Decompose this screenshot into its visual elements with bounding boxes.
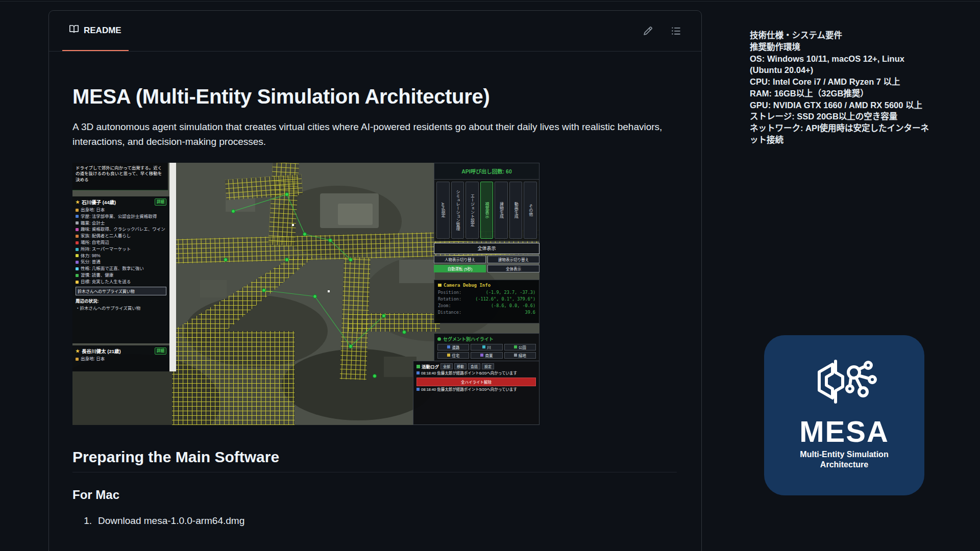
cam-label: Rotation: bbox=[438, 296, 461, 303]
toggle-row: 人物表示切り替え 建物表示切り替え bbox=[434, 256, 540, 263]
section-heading-preparing: Preparing the Main Software bbox=[72, 448, 677, 472]
control-tab: API設定 bbox=[436, 182, 450, 239]
outline-button[interactable] bbox=[671, 26, 681, 36]
spec-line: 推奨動作環境 bbox=[750, 41, 935, 53]
book-icon bbox=[69, 24, 79, 36]
cam-label: Zoom: bbox=[438, 303, 451, 309]
cam-label: Distance: bbox=[438, 309, 461, 316]
camera-debug-row: Zoom: (-8.6, 0.0, -0.6) bbox=[438, 303, 535, 309]
toggle-buildings: 建物表示切り替え bbox=[487, 256, 540, 263]
readme-body: MESA (Multi-Entity Simulation Architectu… bbox=[49, 52, 701, 547]
cam-label: Position: bbox=[438, 289, 461, 296]
cam-value: (-1.9, 23.7, -37.3) bbox=[486, 289, 535, 296]
character-attributes: 出身地: 日本 bbox=[76, 356, 166, 362]
segment-button: 公園 bbox=[504, 344, 536, 350]
list-item-text: Download mesa-1.0.0-arm64.dmg bbox=[98, 515, 244, 527]
log-filter-tab: 全部 bbox=[440, 363, 453, 369]
top-divider bbox=[0, 1, 980, 2]
control-tab: エージェント設定 bbox=[465, 182, 479, 239]
segment-button-row: 道路 川 公園 bbox=[437, 344, 536, 350]
attr-line: 気分: 普通 bbox=[76, 259, 166, 265]
overview-button: 全体表示 bbox=[434, 243, 540, 254]
activity-log-title: 活動ログ bbox=[416, 363, 439, 369]
log-entry: 08:18:40 佐藤太郎が経路ポイント6/20へ向かっています bbox=[416, 371, 536, 377]
activity-log-header: 活動ログ 全部 移動 会話 設定 bbox=[416, 363, 536, 369]
current-task-highlight: 鈴木さんへのサプライズ買い物 bbox=[76, 287, 166, 295]
character-header: ★ 石川優子 (44歳) 詳細 bbox=[76, 198, 166, 206]
nearby-item: ・鈴木さんへのサプライズ買い物 bbox=[76, 305, 166, 311]
character-attributes: 出身地: 日本 学歴: 法学部卒業、公認会計士資格取得 職業: 会計士 趣味: … bbox=[76, 207, 166, 285]
attr-line: 職業: 会計士 bbox=[76, 220, 166, 226]
camera-debug-row: Distance: 39.6 bbox=[438, 309, 535, 316]
control-tabs: API設定 シミュレーション管理 エージェント設定 視覚表示 建物生成 動画生成… bbox=[434, 180, 540, 241]
spec-line: ストレージ: SSD 20GB以上の空き容量 bbox=[750, 111, 935, 122]
segment-button: 緑地 bbox=[504, 352, 536, 359]
readme-card: README MESA (Multi-Entity Simulation Arc… bbox=[48, 10, 702, 551]
page-title: MESA (Multi-Entity Simulation Architectu… bbox=[72, 85, 677, 108]
camera-debug-row: Rotation: (-112.6°, 0.1°, 379.6°) bbox=[438, 296, 535, 303]
segment-button: 商業 bbox=[471, 352, 502, 359]
toggle-people: 人物表示切り替え bbox=[434, 256, 486, 263]
simulation-screenshot[interactable]: ドライブして郊外に向かって出発する。近くの道を抜けるのも良いと思って、早く移動を… bbox=[72, 163, 540, 425]
activity-log-panel: 活動ログ 全部 移動 会話 設定 08:18:40 佐藤太郎が経路ポイント6/2… bbox=[413, 361, 540, 425]
segment-button: 住宅 bbox=[437, 352, 469, 359]
segment-button-row: 住宅 商業 緑地 bbox=[437, 352, 536, 359]
attr-line: 所持: スーパーマーケット bbox=[76, 246, 166, 252]
overview-button-small: 全体表示 bbox=[487, 265, 540, 272]
spec-line: ネットワーク: API使用時は安定したインターネット接続 bbox=[750, 122, 935, 146]
attr-line: 家族: 配偶者と二人暮らし bbox=[76, 233, 166, 239]
log-filter-tab: 会話 bbox=[468, 363, 480, 369]
control-tab-active: 視覚表示 bbox=[480, 182, 494, 239]
mesa-logo-subtitle: Multi-Entity Simulation Architecture bbox=[800, 449, 888, 471]
edit-readme-button[interactable] bbox=[643, 26, 653, 36]
pencil-icon bbox=[643, 26, 653, 36]
spec-line: CPU: Intel Core i7 / AMD Ryzen 7 以上 bbox=[750, 76, 935, 88]
attr-line: 目標: 充実した人生を送る bbox=[76, 279, 166, 285]
list-item-marker: 1. bbox=[83, 515, 92, 527]
character-name: 長谷川健太 (21歳) bbox=[82, 347, 121, 355]
camera-debug-row: Position: (-1.9, 23.7, -37.3) bbox=[438, 289, 535, 296]
spec-line: GPU: NVIDIA GTX 1660 / AMD RX 5600 以上 bbox=[750, 99, 935, 111]
log-filter-tab: 移動 bbox=[454, 363, 467, 369]
intro-paragraph: A 3D autonomous agent simulation that cr… bbox=[72, 119, 677, 149]
control-column: API呼び出し回数: 60 API設定 シミュレーション管理 エージェント設定 … bbox=[434, 163, 540, 361]
log-entry: 08:18:40 佐藤太郎が経路ポイント5/20へ向かっています bbox=[416, 387, 536, 393]
install-steps-list: 1. Download mesa-1.0.0-arm64.dmg bbox=[72, 515, 677, 527]
control-tab: シミュレーション管理 bbox=[451, 182, 464, 239]
agent-thought-bubble: ドライブして郊外に向かって出発する。近くの道を抜けるのも良いと思って、早く移動を… bbox=[72, 163, 168, 190]
mesa-logo-card: MESA Multi-Entity Simulation Architectur… bbox=[764, 335, 924, 495]
camera-debug-panel: Camera Debug Info Position: (-1.9, 23.7,… bbox=[434, 280, 540, 323]
log-filter-tab: 設定 bbox=[482, 363, 494, 369]
spec-line: 技術仕様・システム要件 bbox=[750, 30, 935, 41]
mesa-network-icon bbox=[806, 357, 883, 415]
attr-line: 性格: 几帳面で正直、数字に強い bbox=[76, 266, 166, 271]
spec-line: OS: Windows 10/11, macOS 12+, Linux (Ubu… bbox=[750, 53, 935, 77]
attr-line: 出身地: 日本 bbox=[76, 356, 166, 362]
attr-line: 趣味: 資格取得、クラシックバレエ、ワイン bbox=[76, 227, 166, 232]
attr-line: 体力: 98% bbox=[76, 253, 166, 259]
attr-line: 出身地: 日本 bbox=[76, 207, 166, 213]
spec-line: RAM: 16GB以上（32GB推奨） bbox=[750, 88, 935, 99]
clear-highlight-button: 全ハイライト解除 bbox=[416, 378, 536, 386]
attr-line: 習慣: 読書、健康 bbox=[76, 272, 166, 278]
character-header: ★ 長谷川健太 (21歳) 詳細 bbox=[76, 347, 166, 355]
control-tab: 動画生成 bbox=[509, 182, 523, 239]
attr-line: 場所: 自宅周辺 bbox=[76, 240, 166, 245]
segment-highlight-panel: セグメント別ハイライト 道路 川 公園 住宅 商業 緑地 bbox=[434, 333, 540, 361]
subsection-for-mac: For Mac bbox=[72, 488, 677, 502]
auto-drive-button: 自動運転 (5秒) bbox=[434, 265, 486, 272]
detail-button: 詳細 bbox=[155, 347, 166, 354]
star-icon: ★ bbox=[76, 199, 80, 205]
tab-readme-label: README bbox=[84, 26, 121, 36]
readme-header: README bbox=[49, 11, 701, 52]
star-icon: ★ bbox=[76, 348, 80, 354]
tab-readme[interactable]: README bbox=[62, 11, 129, 51]
nearby-header: 周辺の状況: bbox=[76, 297, 166, 304]
list-unordered-icon bbox=[671, 26, 681, 36]
attr-line: 学歴: 法学部卒業、公認会計士資格取得 bbox=[76, 214, 166, 219]
panel-divider-strip bbox=[169, 163, 176, 371]
character-panel-hasegawa: ★ 長谷川健太 (21歳) 詳細 出身地: 日本 bbox=[72, 345, 169, 371]
readme-header-actions bbox=[643, 26, 688, 36]
logo-subtitle-line1: Multi-Entity Simulation bbox=[800, 450, 888, 459]
list-item: 1. Download mesa-1.0.0-arm64.dmg bbox=[83, 515, 677, 527]
